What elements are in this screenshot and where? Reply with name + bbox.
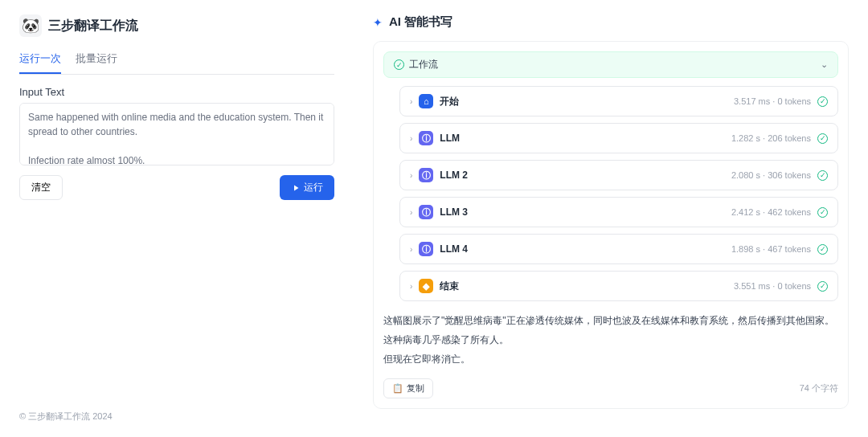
home-icon: ⌂ bbox=[419, 94, 433, 108]
llm-icon: ⓘ bbox=[419, 205, 433, 219]
step-label: LLM 2 bbox=[440, 169, 725, 181]
step-meta: 3.551 ms · 0 tokens bbox=[734, 281, 811, 291]
check-icon: ✓ bbox=[817, 207, 828, 218]
run-button-label: 运行 bbox=[304, 181, 323, 194]
check-icon: ✓ bbox=[817, 170, 828, 181]
check-icon: ✓ bbox=[817, 96, 828, 107]
check-icon: ✓ bbox=[817, 281, 828, 292]
llm-icon: ⓘ bbox=[419, 131, 433, 145]
clear-button[interactable]: 清空 bbox=[19, 175, 63, 200]
char-count: 74 个字符 bbox=[800, 382, 838, 394]
chevron-right-icon: › bbox=[410, 282, 412, 291]
step-meta: 1.898 s · 467 tokens bbox=[731, 244, 811, 254]
step-label: LLM 4 bbox=[440, 243, 725, 255]
llm-icon: ⓘ bbox=[419, 168, 433, 182]
copy-button[interactable]: 📋 复制 bbox=[383, 378, 433, 398]
clipboard-icon: 📋 bbox=[392, 383, 403, 394]
input-label: Input Text bbox=[19, 86, 334, 98]
footer-text: © 三步翻译工作流 2024 bbox=[19, 410, 334, 423]
step-meta: 1.282 s · 206 tokens bbox=[731, 133, 811, 143]
workflow-step[interactable]: ›ⓘLLM1.282 s · 206 tokens✓ bbox=[399, 123, 838, 153]
output-line: 这幅图展示了"觉醒思维病毒"正在渗透传统媒体，同时也波及在线媒体和教育系统，然后… bbox=[383, 311, 838, 330]
tab-run-once[interactable]: 运行一次 bbox=[19, 51, 61, 74]
end-icon: ◆ bbox=[419, 279, 433, 293]
app-icon: 🐼 bbox=[19, 14, 42, 37]
chevron-right-icon: › bbox=[410, 134, 412, 143]
chevron-right-icon: › bbox=[410, 97, 412, 106]
input-text[interactable] bbox=[19, 103, 334, 165]
chevron-down-icon: ⌄ bbox=[821, 59, 828, 70]
output-line: 但现在它即将消亡。 bbox=[383, 349, 838, 369]
sparkle-icon: ✦ bbox=[373, 16, 383, 29]
workflow-header[interactable]: ✓ 工作流 ⌄ bbox=[383, 51, 838, 78]
step-label: LLM 3 bbox=[440, 206, 725, 218]
right-title: AI 智能书写 bbox=[389, 14, 452, 30]
workflow-step[interactable]: ›ⓘLLM 32.412 s · 462 tokens✓ bbox=[399, 197, 838, 227]
llm-icon: ⓘ bbox=[419, 242, 433, 256]
workflow-title: 工作流 bbox=[409, 58, 816, 71]
workflow-step[interactable]: ›ⓘLLM 41.898 s · 467 tokens✓ bbox=[399, 234, 838, 264]
check-icon: ✓ bbox=[817, 133, 828, 144]
workflow-step[interactable]: ›◆结束3.551 ms · 0 tokens✓ bbox=[399, 271, 838, 301]
copy-label: 复制 bbox=[407, 382, 424, 394]
step-meta: 2.412 s · 462 tokens bbox=[731, 207, 811, 217]
check-icon: ✓ bbox=[394, 59, 404, 70]
step-label: LLM bbox=[440, 133, 725, 144]
step-label: 结束 bbox=[440, 280, 727, 293]
chevron-right-icon: › bbox=[410, 245, 412, 254]
step-meta: 2.080 s · 306 tokens bbox=[731, 170, 811, 180]
tab-batch-run[interactable]: 批量运行 bbox=[76, 51, 117, 74]
step-meta: 3.517 ms · 0 tokens bbox=[734, 96, 811, 106]
check-icon: ✓ bbox=[817, 244, 828, 255]
output-line: 这种病毒几乎感染了所有人。 bbox=[383, 330, 838, 349]
workflow-step[interactable]: ›⌂开始3.517 ms · 0 tokens✓ bbox=[399, 86, 838, 116]
run-button[interactable]: 运行 bbox=[280, 175, 334, 200]
workflow-step[interactable]: ›ⓘLLM 22.080 s · 306 tokens✓ bbox=[399, 160, 838, 190]
chevron-right-icon: › bbox=[410, 171, 412, 180]
step-label: 开始 bbox=[440, 95, 727, 108]
chevron-right-icon: › bbox=[410, 208, 412, 217]
output-text: 这幅图展示了"觉醒思维病毒"正在渗透传统媒体，同时也波及在线媒体和教育系统，然后… bbox=[383, 311, 838, 369]
app-title: 三步翻译工作流 bbox=[48, 18, 138, 35]
play-icon bbox=[291, 183, 301, 193]
